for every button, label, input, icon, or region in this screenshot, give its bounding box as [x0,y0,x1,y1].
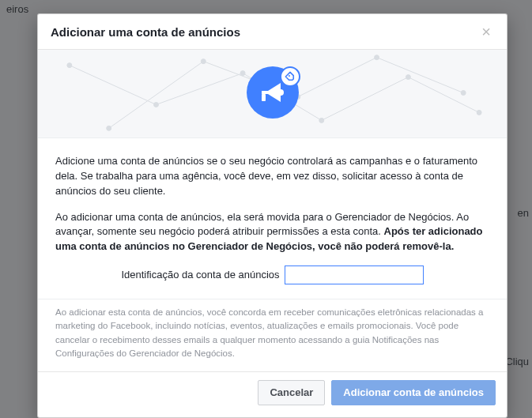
disclaimer-text: Ao adicionar esta conta de anúncios, voc… [38,299,507,371]
svg-point-14 [477,110,481,115]
svg-line-8 [377,58,464,93]
intro-paragraph-2: Ao adicionar uma conta de anúncios, ela … [55,210,489,255]
intro-paragraph-1: Adicione uma conta de anúncios se o seu … [55,154,489,199]
svg-point-18 [375,55,379,60]
svg-point-15 [107,126,111,130]
modal-body: Adicione uma conta de anúncios se o seu … [38,138,507,299]
add-ad-account-modal: Adicionar uma conta de anúncios × [37,13,507,418]
cancel-button[interactable]: Cancelar [258,380,325,405]
modal-footer: Cancelar Adicionar conta de anúncios [38,371,507,413]
svg-line-5 [109,62,204,129]
svg-point-23 [281,67,300,86]
account-id-label: Identificação da conta de anúncios [121,268,279,283]
svg-rect-21 [262,94,266,101]
svg-point-22 [277,89,284,96]
svg-line-4 [408,77,479,113]
account-id-input[interactable] [285,265,424,284]
svg-line-7 [298,58,377,97]
svg-line-1 [156,73,243,105]
modal-header: Adicionar uma conta de anúncios × [38,14,507,50]
modal-title: Adicionar uma conta de anúncios [51,25,240,39]
svg-point-13 [406,75,410,80]
add-account-button[interactable]: Adicionar conta de anúncios [331,380,496,405]
tag-icon [281,67,300,86]
svg-point-12 [319,118,324,122]
megaphone-icon [244,64,301,124]
svg-point-19 [461,91,466,96]
close-icon[interactable]: × [478,24,494,40]
hero-banner [38,50,507,138]
svg-line-3 [322,77,409,121]
svg-point-10 [154,102,159,107]
account-id-row: Identificação da conta de anúncios [55,265,489,284]
svg-point-9 [67,63,72,68]
svg-line-0 [70,66,157,105]
svg-point-16 [201,59,206,64]
